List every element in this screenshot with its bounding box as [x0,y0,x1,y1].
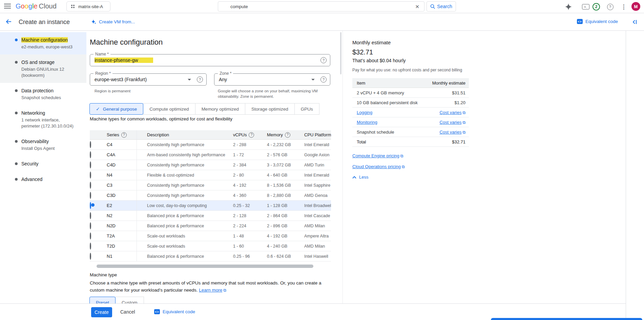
monthly-estimate-panel: Monthly estimate $32.71 That's about $0.… [342,31,626,320]
sidebar-item-os-and-storage[interactable]: OS and storageDebian GNU/Linux 12 (bookw… [0,54,86,83]
name-input[interactable]: Name * instance-pfsense-gw ? [90,54,330,66]
region-select[interactable]: Region * europe-west3 (Frankfurt) ? [90,73,207,86]
sidebar-item-security[interactable]: Security [0,156,86,172]
equivalent-code-button-header[interactable]: <> Equivalent code [577,19,618,24]
monitoring-link[interactable]: Monitoring [357,120,377,125]
cloud-shell-icon[interactable]: >_ [582,3,590,11]
sidebar-item-sublabel: Install Ops Agent [21,145,74,152]
series-row-n4[interactable]: N4Flexible & cost-optimized2 - 804 - 640… [90,170,331,180]
logo-cloud-text: Cloud [39,2,57,10]
equivalent-code-button-footer[interactable]: <> Equivalent code [154,309,195,314]
user-avatar[interactable]: M [631,2,640,11]
tab-gpus[interactable]: GPUs [294,103,319,115]
sidebar-item-machine-configuration[interactable]: Machine configuratione2-medium, europe-w… [0,32,86,54]
back-arrow-icon[interactable] [5,18,12,26]
radio-button[interactable] [90,232,91,239]
series-row-t2d[interactable]: T2DScale-out workloads1 - 604 - 240 GBAM… [90,241,331,251]
horizontal-scrollbar[interactable] [97,265,313,268]
sidebar-item-observability[interactable]: ObservabilityInstall Ops Agent [0,134,86,156]
radio-button[interactable] [90,182,91,189]
tab-compute-optimized[interactable]: Compute optimized [143,103,195,115]
google-cloud-logo[interactable]: GoogleCloud [16,2,57,10]
radio-button[interactable] [90,243,91,250]
dropdown-arrow-icon[interactable] [311,79,315,81]
help-circle-icon[interactable]: ? [249,132,254,138]
sidebar-item-sublabel: Snapshot schedules [21,95,74,101]
series-row-n2[interactable]: N2Balanced price & performance2 - 1282 -… [90,211,331,221]
estimate-row-total: Total$32.71 [352,137,469,147]
sparkle-icon [91,19,97,25]
series-row-c4[interactable]: C4Consistently high performance2 - 2884 … [90,140,331,150]
more-vert-icon[interactable]: ⋮ [620,3,628,11]
create-vm-from-button[interactable]: Create VM from... [91,19,135,25]
series-description: Consistently high performance [137,180,226,190]
radio-button[interactable] [90,141,91,148]
series-row-e2[interactable]: E2Low cost, day-to-day computing0.25 - 3… [90,201,331,211]
learn-more-link[interactable]: Learn more [199,288,222,293]
series-row-c4d[interactable]: C4DConsistently high performance2 - 3843… [90,160,331,170]
series-row-c3d[interactable]: C3DConsistently high performance4 - 3608… [90,190,331,201]
project-selector-button[interactable]: matrix-site-A [66,1,110,12]
vertical-scrollbar[interactable] [340,32,341,74]
radio-button[interactable] [90,253,91,260]
compute-engine-pricing-link[interactable]: Compute Engine pricing⧉ [352,153,403,158]
clear-search-icon[interactable]: ✕ [415,4,419,10]
series-row-t2a[interactable]: T2AScale-out workloads1 - 484 - 192 GBAm… [90,231,331,241]
sidebar-item-advanced[interactable]: Advanced [0,172,86,187]
series-row-n2d[interactable]: N2DBalanced price & performance2 - 2242 … [90,221,331,231]
cloud-operations-pricing-link[interactable]: Cloud Operations pricing⧉ [352,164,405,169]
less-toggle[interactable]: Less [352,175,368,180]
gemini-sparkle-icon[interactable] [564,3,573,11]
external-link-icon: ⧉ [462,120,465,125]
radio-button[interactable] [90,151,91,158]
dropdown-arrow-icon[interactable] [188,79,191,81]
assistant-panel-bar[interactable] [491,318,642,320]
step-dot-icon [15,61,18,64]
series-row-c3[interactable]: C3Consistently high performance4 - 1928 … [90,180,331,190]
column-header-monthly-estimate: Monthly estimate [432,81,465,86]
search-button[interactable]: Search [427,1,456,12]
radio-button[interactable] [90,161,91,168]
radio-button[interactable] [90,192,91,199]
cancel-button[interactable]: Cancel [120,309,135,315]
series-cpu-platform: Google Axion [297,153,331,157]
logging-link[interactable]: Logging [357,110,372,115]
column-header-description: Description [137,130,226,139]
tab-general-purpose[interactable]: ✓General purpose [89,103,143,115]
estimate-item-label: Total [357,139,366,144]
zone-help-icon[interactable]: ? [320,76,327,83]
radio-button[interactable] [90,172,91,179]
region-help-icon[interactable]: ? [197,76,203,83]
zone-select[interactable]: Zone * Any ? [214,73,330,86]
estimate-price: $32.71 [352,48,373,56]
project-switcher-icon [70,4,76,9]
help-circle-icon[interactable]: ? [121,132,127,138]
series-name: N2D [107,223,137,228]
tab-storage-optimized[interactable]: Storage optimized [245,103,295,115]
radio-cell [90,243,107,249]
step-dot-icon [15,112,18,114]
hamburger-menu-icon[interactable] [4,4,11,9]
series-vcpus: 1 - 60 [226,244,260,249]
cost-varies-link[interactable]: Cost varies⧉ [439,130,465,135]
sidebar-item-networking[interactable]: Networking1 network interface, perimeter… [0,105,86,134]
cost-varies-link[interactable]: Cost varies⧉ [439,120,465,125]
cloud-operations-pricing-label: Cloud Operations pricing [352,164,401,169]
search-input[interactable]: compute ✕ [218,1,424,12]
notifications-badge[interactable]: 2 [592,3,600,11]
radio-button[interactable] [90,202,91,209]
series-row-n1[interactable]: N1Balanced price & performance0.25 - 960… [90,251,331,261]
radio-button[interactable] [90,212,91,219]
help-icon[interactable]: ? [606,3,614,11]
help-circle-icon[interactable]: ? [285,132,290,138]
sidebar-item-data-protection[interactable]: Data protectionSnapshot schedules [0,83,86,105]
collapse-panel-icon[interactable] [631,19,638,27]
column-header-vcpus: vCPUs? [226,132,260,138]
series-row-c4a[interactable]: C4AArm-based consistently high performan… [90,150,331,160]
name-help-icon[interactable]: ? [320,57,327,63]
radio-button[interactable] [90,222,91,229]
cost-varies-link[interactable]: Cost varies⧉ [439,110,465,115]
tab-memory-optimized[interactable]: Memory optimized [195,103,245,115]
series-vcpus: 1 - 72 [226,153,260,157]
create-button[interactable]: Create [91,307,112,317]
